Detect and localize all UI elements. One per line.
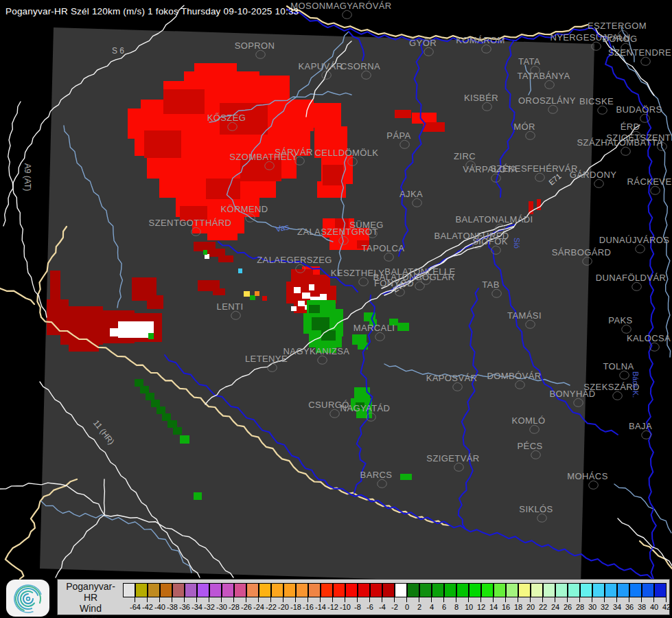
radar-echo: [400, 474, 412, 480]
radar-echo: [163, 89, 205, 114]
radar-echo: [244, 291, 250, 297]
city-label: LENTI: [217, 301, 244, 312]
town-outline: [651, 186, 660, 194]
city-label: PÉCS: [517, 441, 542, 451]
radar-echo: [213, 288, 225, 295]
legend-color-box: [456, 583, 469, 597]
legend-color-box: [370, 583, 382, 597]
legend-color-box: [333, 583, 345, 597]
radar-screenshot: Poganyvar-HR Szél 120km (m/s) 1 fokos Th…: [0, 0, 672, 618]
legend-color-box: [654, 583, 667, 597]
legend-tick: [159, 597, 160, 602]
legend-tick: [295, 597, 296, 602]
city-label: SZÁZHALOMBATTA: [577, 137, 662, 148]
legend-tick: [320, 597, 321, 602]
radar-echo: [294, 287, 301, 293]
town-outline: [642, 431, 651, 439]
city-label: DOMBÓVÁR: [487, 371, 541, 381]
city-label: BUDAÖRS: [616, 104, 662, 115]
radar-echo: [312, 103, 341, 128]
city-label: DOROG: [602, 34, 637, 44]
town-outline: [632, 282, 641, 290]
legend-tick: [345, 597, 345, 602]
city-label: BICSKE: [579, 96, 614, 106]
legend-color-box: [444, 583, 456, 597]
legend-unit: m/s: [60, 614, 121, 618]
legend-color-box: [469, 583, 481, 597]
radar-echo: [291, 306, 297, 311]
legend-tick: [653, 597, 654, 602]
legend-color-box: [209, 583, 222, 597]
map-title: Poganyvar-HR Szél 120km (m/s) 1 fokos Th…: [5, 6, 299, 16]
town-outline: [640, 114, 649, 122]
radar-echo: [397, 323, 409, 331]
city-label: SZENTENDRE: [608, 47, 671, 58]
city-label: PÁPA: [386, 130, 410, 141]
legend-tick-label: 42: [655, 603, 672, 611]
town-outline: [621, 147, 630, 155]
legend-color-box: [494, 583, 506, 597]
city-label: ZIRC: [454, 151, 476, 161]
map-line: [662, 141, 671, 357]
legend-tick: [641, 597, 642, 602]
radar-echo: [255, 291, 259, 296]
legend-tick: [616, 597, 617, 602]
radar-echo: [151, 400, 160, 407]
city-label: RÁCKEVE: [627, 176, 672, 187]
radar-echo: [423, 122, 445, 132]
map-line: [0, 288, 34, 304]
city-label: TAMÁSI: [507, 310, 542, 321]
city-label: GÁRDONY: [570, 170, 617, 180]
legend-tick: [530, 597, 531, 602]
radar-echo: [395, 110, 411, 118]
legend-title-block: Poganyvar-HR Wind m/s: [60, 581, 121, 618]
city-label: NAGYKANIZSA: [283, 346, 350, 356]
legend-color-box: [271, 583, 283, 597]
radar-echo: [250, 295, 255, 300]
city-label: BAJA: [629, 421, 652, 431]
legend-color-box: [308, 583, 321, 597]
city-label: SZOMBATHELY: [229, 152, 297, 162]
town-outline: [622, 325, 631, 333]
legend-color-box: [345, 583, 358, 597]
legend-tick: [270, 597, 271, 602]
legend-color-box: [506, 583, 518, 597]
legend-color-box: [321, 583, 333, 597]
city-label: AJKA: [399, 189, 423, 199]
legend-tick: [555, 597, 555, 602]
city-label: ZALASZENTGRÓT: [297, 227, 378, 237]
town-outline: [620, 371, 629, 379]
legend-panel: Poganyvar-HR Wind m/s -64-42-40-38-36-34…: [57, 579, 670, 615]
town-outline: [598, 106, 607, 114]
city-label: CELLDÖMÖLK: [315, 148, 379, 158]
legend-color-box: [148, 583, 160, 597]
legend-tick: [592, 597, 592, 602]
legend-parameter: Wind: [60, 603, 121, 614]
radar-echo: [323, 165, 343, 185]
city-label: PAKS: [608, 315, 632, 325]
legend-tick: [147, 597, 148, 602]
city-label: SIÓFOK: [472, 236, 508, 247]
legend-color-box: [592, 583, 605, 597]
radar-echo: [312, 317, 329, 330]
legend-color-box: [160, 583, 172, 597]
legend-tick: [567, 597, 568, 602]
city-label: MARCALI: [354, 323, 395, 333]
city-label: GYŐR: [409, 38, 437, 48]
legend-color-box: [395, 583, 407, 597]
radar-echo: [320, 294, 327, 300]
town-outline: [343, 10, 351, 19]
radar-echo: [302, 293, 310, 299]
legend-color-box: [234, 583, 246, 597]
legend-tick: [308, 597, 308, 602]
legend-color-box: [518, 583, 531, 597]
legend-color-box: [555, 583, 568, 597]
radar-echo: [354, 387, 370, 400]
legend-tick: [666, 597, 667, 602]
legend-color-box: [432, 583, 444, 597]
radar-echo: [309, 305, 320, 313]
town-outline: [636, 244, 645, 253]
legend-color-box: [407, 583, 419, 597]
map-line: [614, 484, 671, 533]
legend-tick: [542, 597, 543, 602]
